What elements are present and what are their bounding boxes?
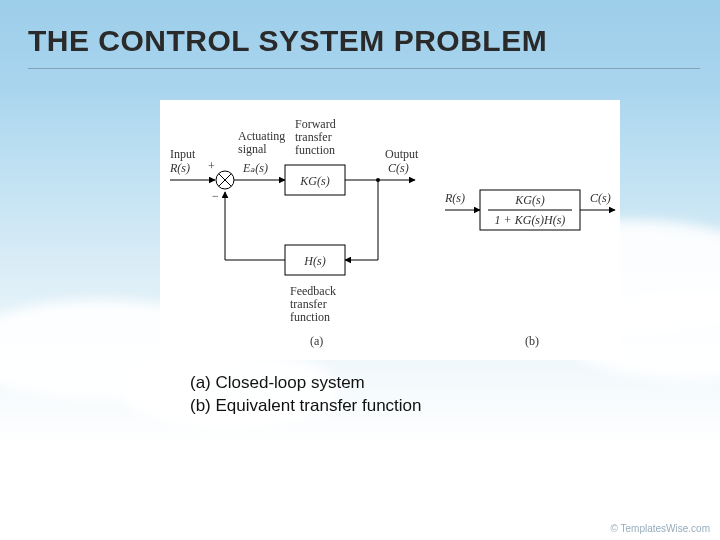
- subfig-tag-a: (a): [310, 334, 323, 348]
- figure-captions: (a) Closed-loop system (b) Equivalent tr…: [190, 372, 422, 418]
- feedback-label-3: function: [290, 310, 330, 324]
- tf-denominator: 1 + KG(s)H(s): [495, 213, 566, 227]
- feedback-label-1: Feedback: [290, 284, 336, 298]
- forward-block-text: KG(s): [299, 174, 329, 188]
- forward-label-2: transfer: [295, 130, 332, 144]
- slide: THE CONTROL SYSTEM PROBLEM Input R(s) + …: [0, 0, 720, 540]
- output-label: Output: [385, 147, 419, 161]
- feedback-block-text: H(s): [303, 254, 325, 268]
- minus-sign: −: [212, 189, 219, 203]
- forward-label-1: Forward: [295, 117, 336, 131]
- caption-b: (b) Equivalent transfer function: [190, 395, 422, 418]
- block-diagram: Input R(s) + − Actuating signal Eₐ(s) Fo…: [160, 100, 620, 360]
- b-output-symbol: C(s): [590, 191, 611, 205]
- actuating-label-1: Actuating: [238, 129, 285, 143]
- figure-panel: Input R(s) + − Actuating signal Eₐ(s) Fo…: [160, 100, 620, 360]
- plus-sign: +: [208, 159, 215, 173]
- feedback-label-2: transfer: [290, 297, 327, 311]
- caption-a: (a) Closed-loop system: [190, 372, 422, 395]
- title-underline: [28, 68, 700, 69]
- actuating-symbol: Eₐ(s): [242, 161, 268, 175]
- input-symbol: R(s): [169, 161, 190, 175]
- page-title: THE CONTROL SYSTEM PROBLEM: [28, 24, 547, 58]
- tf-numerator: KG(s): [514, 193, 544, 207]
- output-symbol: C(s): [388, 161, 409, 175]
- b-input-symbol: R(s): [444, 191, 465, 205]
- input-label: Input: [170, 147, 196, 161]
- watermark: © TemplatesWise.com: [611, 523, 710, 534]
- actuating-label-2: signal: [238, 142, 267, 156]
- forward-label-3: function: [295, 143, 335, 157]
- subfig-tag-b: (b): [525, 334, 539, 348]
